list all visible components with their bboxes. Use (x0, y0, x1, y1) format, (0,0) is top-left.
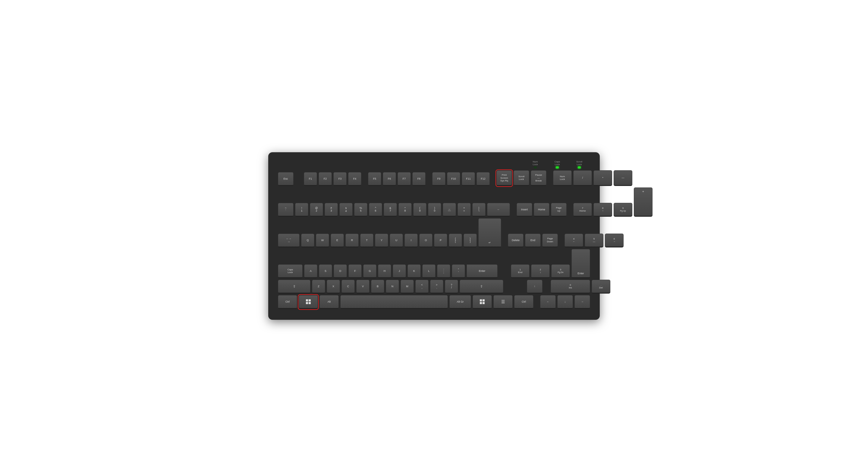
o-key[interactable]: O (419, 233, 433, 247)
tilde-key[interactable]: ~` (278, 203, 293, 217)
f3-key[interactable]: F3 (333, 172, 347, 186)
l-key[interactable]: L (422, 264, 435, 278)
space-key[interactable] (340, 295, 448, 309)
ctrl-left-key[interactable]: Ctrl (278, 295, 297, 309)
delete-key[interactable]: Delete (508, 233, 524, 247)
np4-key[interactable]: 4← (564, 233, 583, 247)
semicolon-key[interactable]: :; (437, 264, 450, 278)
quote-key[interactable]: "' (452, 264, 465, 278)
np2-key[interactable]: 2↓ (531, 264, 550, 278)
np-sub-key[interactable]: — (614, 170, 632, 186)
x-key[interactable]: X (327, 280, 340, 293)
j-key[interactable]: J (393, 264, 406, 278)
c-key[interactable]: C (341, 280, 355, 293)
np6-key[interactable]: 6→ (605, 233, 624, 247)
period-key[interactable]: >. (430, 280, 443, 293)
q-key[interactable]: Q (301, 233, 314, 247)
caps-lock-key[interactable]: CapsLock (278, 264, 303, 278)
r-key[interactable]: R (345, 233, 359, 247)
4-key[interactable]: $4 (339, 203, 352, 217)
f7-key[interactable]: F7 (398, 172, 411, 186)
ctrl-right-key[interactable]: Ctrl (514, 295, 533, 309)
backspace-key[interactable]: ← (487, 203, 510, 217)
f5-key[interactable]: F5 (368, 172, 381, 186)
z-key[interactable]: Z (312, 280, 325, 293)
right-arrow-key[interactable]: → (575, 295, 590, 309)
e-key[interactable]: E (331, 233, 344, 247)
enter-bottom-key[interactable]: Enter (467, 264, 498, 278)
left-arrow-key[interactable]: ← (540, 295, 556, 309)
f6-key[interactable]: F6 (383, 172, 396, 186)
b-key[interactable]: B (371, 280, 384, 293)
f8-key[interactable]: F8 (412, 172, 426, 186)
win-left-key[interactable] (299, 295, 318, 309)
close-bracket-key[interactable]: }] (464, 233, 477, 247)
np5-key[interactable]: 5— (585, 233, 603, 247)
u-key[interactable]: U (390, 233, 403, 247)
0-key[interactable]: )0 (428, 203, 441, 217)
insert-key[interactable]: Insert (517, 203, 532, 217)
np0-key[interactable]: 0Ins (551, 280, 590, 293)
page-up-key[interactable]: PageUp (551, 203, 567, 217)
tab-key[interactable]: ←→→ (278, 233, 300, 247)
equals-key[interactable]: += (458, 203, 471, 217)
open-bracket-key[interactable]: {[ (449, 233, 462, 247)
g-key[interactable]: G (363, 264, 376, 278)
down-arrow-key[interactable]: ↓ (557, 295, 573, 309)
home-key[interactable]: Home (534, 203, 550, 217)
enter-top-key[interactable]: ↵ (478, 218, 501, 247)
minus-key[interactable]: _— (443, 203, 456, 217)
f2-key[interactable]: F2 (318, 172, 332, 186)
num-lock-key[interactable]: NumLock (553, 170, 572, 186)
y-key[interactable]: Y (375, 233, 388, 247)
np7-key[interactable]: 7Home (573, 203, 592, 217)
pause-break-key[interactable]: Pause—Break (531, 170, 547, 186)
m-key[interactable]: M (401, 280, 414, 293)
f9-key[interactable]: F9 (432, 172, 445, 186)
n-key[interactable]: N (386, 280, 399, 293)
a-key[interactable]: A (304, 264, 317, 278)
d-key[interactable]: D (334, 264, 347, 278)
np9-key[interactable]: 9Pg Up (614, 203, 632, 217)
s-key[interactable]: S (319, 264, 332, 278)
f12-key[interactable]: F12 (476, 172, 490, 186)
shift-right-key[interactable]: ⇧ (460, 280, 503, 293)
f10-key[interactable]: F10 (447, 172, 460, 186)
k-key[interactable]: K (407, 264, 421, 278)
f-key[interactable]: F (348, 264, 362, 278)
up-arrow-key[interactable]: ↑ (527, 280, 542, 293)
np-mul-key[interactable]: * (593, 170, 612, 186)
alt-gr-key[interactable]: Alt Gr (450, 295, 471, 309)
i-key[interactable]: I (404, 233, 418, 247)
end-key[interactable]: End (525, 233, 541, 247)
f11-key[interactable]: F11 (462, 172, 475, 186)
w-key[interactable]: W (316, 233, 329, 247)
np8-key[interactable]: 8↑ (593, 203, 612, 217)
scroll-lock-key[interactable]: ScrollLock (514, 170, 529, 186)
page-down-key[interactable]: PageDown (542, 233, 558, 247)
2-key[interactable]: @2 (310, 203, 323, 217)
slash-key[interactable]: ?/ (445, 280, 458, 293)
shift-left-key[interactable]: ⇧ (278, 280, 310, 293)
np3-key[interactable]: 3Pg Dn (551, 264, 570, 278)
np1-key[interactable]: 1End (511, 264, 530, 278)
1-key[interactable]: !1 (295, 203, 308, 217)
win-right-key[interactable] (472, 295, 492, 309)
comma-key[interactable]: <, (415, 280, 429, 293)
7-key[interactable]: &7 (384, 203, 397, 217)
print-screen-key[interactable]: PrintScreenSys Rq (496, 170, 512, 186)
menu-key[interactable]: ☰ (493, 295, 513, 309)
np-dot-key[interactable]: .Del (592, 280, 610, 293)
np-div-key[interactable]: / (573, 170, 592, 186)
np-plus-key[interactable]: + (634, 187, 652, 217)
f4-key[interactable]: F4 (348, 172, 361, 186)
pipe-key[interactable]: |\ (472, 203, 486, 217)
np-enter-key[interactable]: Enter (571, 249, 590, 278)
v-key[interactable]: V (356, 280, 370, 293)
9-key[interactable]: (9 (413, 203, 427, 217)
p-key[interactable]: P (434, 233, 447, 247)
3-key[interactable]: #3 (324, 203, 338, 217)
5-key[interactable]: %5 (354, 203, 367, 217)
f1-key[interactable]: F1 (304, 172, 317, 186)
t-key[interactable]: T (360, 233, 373, 247)
